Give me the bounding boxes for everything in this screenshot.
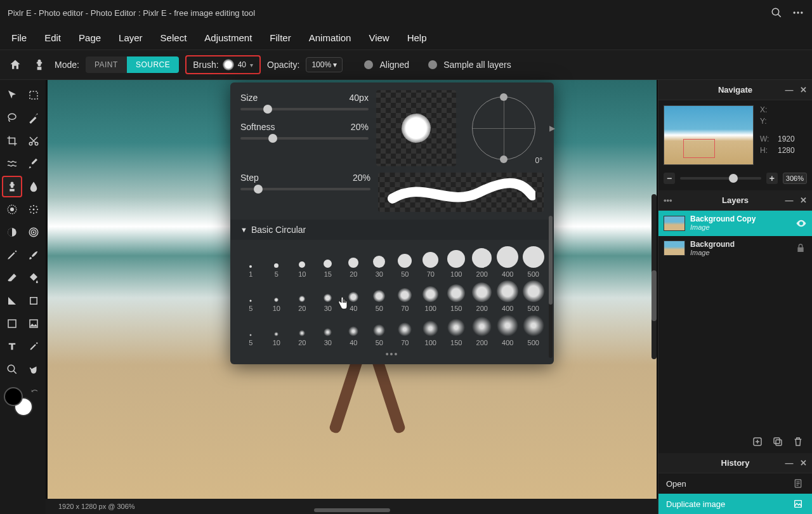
brush-preset[interactable]: 50 bbox=[367, 279, 393, 312]
brush-preset[interactable]: 50 bbox=[392, 245, 418, 278]
brush-preset[interactable]: 400 bbox=[495, 245, 521, 278]
blur-tool[interactable] bbox=[23, 176, 44, 197]
brush-preset[interactable]: 10 bbox=[264, 313, 290, 346]
aligned-radio[interactable] bbox=[364, 60, 373, 69]
color-swatches[interactable]: ⤺ bbox=[1, 385, 39, 420]
brush-preset[interactable]: 30 bbox=[367, 245, 393, 278]
menu-page[interactable]: Page bbox=[79, 32, 101, 43]
brush-preset[interactable]: 500 bbox=[521, 313, 547, 346]
layers-options-icon[interactable]: ••• bbox=[664, 195, 672, 205]
brush-preset[interactable]: 40 bbox=[341, 279, 367, 312]
canvas-scrollbar[interactable] bbox=[652, 194, 657, 359]
hand-tool[interactable] bbox=[23, 359, 44, 380]
brush-preset[interactable]: 30 bbox=[315, 313, 341, 346]
sponge-tool[interactable] bbox=[23, 221, 44, 243]
close-icon[interactable]: ✕ bbox=[798, 195, 808, 206]
brush-preset[interactable]: 10 bbox=[264, 279, 290, 312]
brush-preset[interactable]: 5 bbox=[238, 279, 264, 312]
brush-preset[interactable]: 50 bbox=[367, 313, 393, 346]
text-tool[interactable] bbox=[2, 336, 22, 357]
fill-tool[interactable] bbox=[23, 267, 44, 289]
zoom-slider[interactable] bbox=[680, 177, 761, 180]
brush-preset[interactable]: 400 bbox=[495, 313, 521, 346]
brush-category-header[interactable]: ▼ Basic Circular bbox=[230, 220, 554, 240]
layer-item[interactable]: Background Copy Image bbox=[658, 211, 812, 236]
brush-preset[interactable]: 70 bbox=[392, 279, 418, 312]
close-icon[interactable]: ✕ bbox=[798, 85, 808, 95]
delete-layer-button[interactable] bbox=[792, 435, 804, 448]
history-item[interactable]: Duplicate image bbox=[658, 494, 812, 514]
brush-angle-control[interactable]: ▶ 0° bbox=[464, 90, 544, 166]
minimize-icon[interactable]: — bbox=[784, 458, 794, 468]
brush-selector[interactable]: Brush: 40 ▾ bbox=[185, 55, 261, 74]
brush-preset[interactable]: 100 bbox=[418, 279, 444, 312]
image-tool[interactable] bbox=[23, 313, 44, 334]
menu-filter[interactable]: Filter bbox=[270, 32, 291, 43]
eyedropper-tool[interactable] bbox=[23, 153, 44, 175]
brush-tool[interactable] bbox=[23, 244, 44, 266]
shape-tool[interactable] bbox=[23, 290, 44, 312]
brush-preset[interactable]: 30 bbox=[315, 279, 341, 312]
brush-preset[interactable]: 200 bbox=[469, 279, 495, 312]
brush-preset[interactable]: 500 bbox=[521, 245, 547, 278]
zoom-value[interactable]: 306% bbox=[783, 173, 807, 184]
eraser-tool[interactable] bbox=[2, 267, 22, 289]
brush-preset[interactable]: 400 bbox=[495, 279, 521, 312]
move-tool[interactable] bbox=[2, 84, 22, 106]
disperse-tool[interactable] bbox=[23, 199, 44, 220]
menu-file[interactable]: File bbox=[11, 32, 27, 43]
menu-edit[interactable]: Edit bbox=[44, 32, 61, 43]
search-icon[interactable] bbox=[770, 6, 783, 19]
brush-preset[interactable]: 70 bbox=[392, 313, 418, 346]
brush-preset[interactable]: 500 bbox=[521, 279, 547, 312]
gradient-tool[interactable] bbox=[2, 290, 22, 312]
brush-preset[interactable]: 5 bbox=[264, 245, 290, 278]
crop-tool[interactable] bbox=[2, 130, 22, 152]
brush-preset[interactable]: 70 bbox=[418, 245, 444, 278]
zoom-out-button[interactable]: − bbox=[664, 173, 675, 184]
brush-preset[interactable]: 5 bbox=[238, 313, 264, 346]
liquify-tool[interactable] bbox=[2, 153, 22, 175]
opacity-dropdown[interactable]: 100% ▾ bbox=[306, 57, 343, 72]
menu-adjustment[interactable]: Adjustment bbox=[204, 32, 252, 43]
brush-preset[interactable]: 200 bbox=[469, 313, 495, 346]
brush-preset[interactable]: 20 bbox=[289, 279, 315, 312]
color-picker-tool[interactable] bbox=[23, 336, 44, 357]
menu-help[interactable]: Help bbox=[407, 32, 427, 43]
home-icon[interactable] bbox=[6, 56, 24, 74]
zoom-in-button[interactable]: + bbox=[766, 173, 778, 184]
close-icon[interactable]: ✕ bbox=[798, 458, 808, 468]
frame-tool[interactable] bbox=[2, 313, 22, 334]
zoom-tool[interactable] bbox=[2, 359, 22, 380]
swap-colors-icon[interactable]: ⤺ bbox=[31, 386, 38, 395]
brush-preset[interactable]: 100 bbox=[443, 245, 469, 278]
brush-preset[interactable]: 20 bbox=[341, 245, 367, 278]
minimize-icon[interactable]: — bbox=[784, 195, 794, 206]
foreground-color-swatch[interactable] bbox=[4, 387, 23, 406]
menu-layer[interactable]: Layer bbox=[119, 32, 143, 43]
menu-select[interactable]: Select bbox=[160, 32, 187, 43]
chevron-right-icon[interactable]: ▶ bbox=[549, 124, 555, 133]
popup-scrollbar[interactable] bbox=[549, 216, 553, 358]
lock-icon[interactable] bbox=[796, 243, 807, 253]
lasso-tool[interactable] bbox=[2, 107, 22, 129]
brush-preset[interactable]: 150 bbox=[443, 279, 469, 312]
softness-slider[interactable] bbox=[240, 137, 369, 140]
menu-animation[interactable]: Animation bbox=[309, 32, 351, 43]
dodge-tool[interactable] bbox=[2, 221, 22, 243]
navigate-thumbnail[interactable] bbox=[664, 105, 754, 165]
minimize-icon[interactable]: — bbox=[784, 85, 794, 95]
heal-tool[interactable] bbox=[2, 199, 22, 220]
brush-preset[interactable]: 20 bbox=[289, 313, 315, 346]
mode-source-button[interactable]: SOURCE bbox=[127, 56, 179, 73]
mode-paint-button[interactable]: PAINT bbox=[86, 56, 127, 73]
brush-preset[interactable]: 15 bbox=[315, 245, 341, 278]
duplicate-layer-button[interactable] bbox=[771, 435, 784, 448]
clone-stamp-tool[interactable] bbox=[2, 176, 22, 197]
brush-preset[interactable]: 1 bbox=[238, 245, 264, 278]
viewport-indicator[interactable] bbox=[683, 139, 715, 158]
brush-preset[interactable]: 150 bbox=[443, 313, 469, 346]
brush-preset[interactable]: 100 bbox=[418, 313, 444, 346]
wand-tool[interactable] bbox=[23, 107, 44, 129]
sample-all-radio[interactable] bbox=[428, 60, 437, 69]
